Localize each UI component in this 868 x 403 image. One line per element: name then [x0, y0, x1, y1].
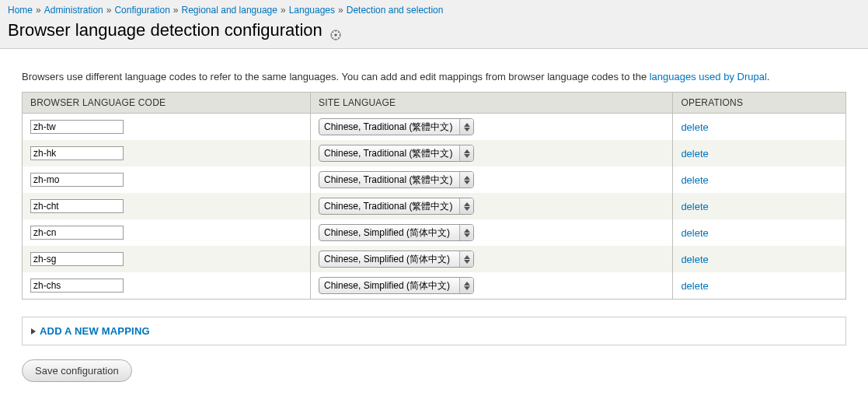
delete-link[interactable]: delete: [681, 254, 708, 265]
col-header-ops: OPERATIONS: [673, 93, 846, 114]
browser-code-input[interactable]: [30, 120, 124, 134]
svg-line-7: [338, 37, 339, 38]
select-stepper-icon: [459, 278, 473, 293]
delete-link[interactable]: delete: [681, 280, 708, 292]
breadcrumb-link[interactable]: Regional and language: [182, 5, 277, 16]
delete-link[interactable]: delete: [681, 121, 708, 133]
breadcrumb-separator: »: [106, 5, 112, 16]
delete-link[interactable]: delete: [681, 174, 708, 186]
site-language-select[interactable]: Chinese, Traditional (繁體中文)Chinese, Simp…: [319, 119, 459, 135]
select-stepper-icon: [459, 119, 473, 135]
select-stepper-icon: [459, 225, 473, 240]
select-stepper-icon: [459, 145, 473, 161]
submit-row: Save configuration: [22, 359, 846, 382]
site-language-select[interactable]: Chinese, Traditional (繁體中文)Chinese, Simp…: [319, 172, 459, 187]
svg-marker-16: [464, 202, 470, 206]
intro-prefix: Browsers use different language codes to…: [22, 71, 650, 82]
table-row: Chinese, Traditional (繁體中文)Chinese, Simp…: [23, 272, 846, 300]
save-button[interactable]: Save configuration: [22, 359, 132, 382]
svg-marker-12: [464, 149, 470, 153]
delete-link[interactable]: delete: [681, 148, 708, 159]
table-row: Chinese, Traditional (繁體中文)Chinese, Simp…: [23, 140, 846, 166]
svg-marker-21: [464, 260, 470, 264]
select-stepper-icon: [459, 198, 473, 214]
breadcrumb-link[interactable]: Languages: [289, 5, 335, 16]
svg-marker-19: [464, 233, 470, 237]
page-title-text: Browser language detection configuration: [8, 20, 322, 40]
col-header-code: BROWSER LANGUAGE CODE: [23, 93, 311, 114]
table-row: Chinese, Traditional (繁體中文)Chinese, Simp…: [23, 166, 846, 193]
delete-link[interactable]: delete: [681, 201, 708, 212]
table-row: Chinese, Traditional (繁體中文)Chinese, Simp…: [23, 219, 846, 246]
site-language-select[interactable]: Chinese, Traditional (繁體中文)Chinese, Simp…: [319, 278, 459, 293]
browser-code-input[interactable]: [30, 252, 124, 266]
intro-text: Browsers use different language codes to…: [22, 71, 846, 82]
disclosure-triangle-icon: [30, 328, 37, 335]
svg-marker-17: [464, 207, 470, 211]
site-language-select[interactable]: Chinese, Traditional (繁體中文)Chinese, Simp…: [319, 225, 459, 240]
select-stepper-icon: [459, 251, 473, 267]
site-language-select-wrap: Chinese, Traditional (繁體中文)Chinese, Simp…: [319, 224, 474, 241]
breadcrumb-separator: »: [36, 5, 41, 16]
mappings-table: BROWSER LANGUAGE CODE SITE LANGUAGE OPER…: [22, 92, 846, 300]
table-row: Chinese, Traditional (繁體中文)Chinese, Simp…: [23, 193, 846, 219]
delete-link[interactable]: delete: [681, 227, 708, 239]
site-language-select-wrap: Chinese, Traditional (繁體中文)Chinese, Simp…: [319, 277, 474, 294]
svg-marker-10: [464, 123, 470, 127]
browser-code-input[interactable]: [30, 226, 124, 240]
mappings-tbody: Chinese, Traditional (繁體中文)Chinese, Simp…: [23, 114, 846, 300]
svg-marker-18: [464, 229, 470, 233]
page-header: Home»Administration»Configuration»Region…: [0, 0, 868, 49]
site-language-select[interactable]: Chinese, Traditional (繁體中文)Chinese, Simp…: [319, 198, 459, 214]
gear-icon[interactable]: [330, 25, 341, 36]
breadcrumb-separator: »: [173, 5, 179, 16]
page-title: Browser language detection configuration: [8, 20, 860, 40]
browser-code-input[interactable]: [30, 199, 124, 213]
site-language-select[interactable]: Chinese, Traditional (繁體中文)Chinese, Simp…: [319, 251, 459, 267]
svg-marker-11: [464, 128, 470, 131]
breadcrumb-link[interactable]: Configuration: [114, 5, 169, 16]
table-row: Chinese, Traditional (繁體中文)Chinese, Simp…: [23, 246, 846, 272]
svg-marker-13: [464, 154, 470, 158]
col-header-lang: SITE LANGUAGE: [311, 93, 673, 114]
browser-code-input[interactable]: [30, 146, 124, 160]
intro-suffix: .: [767, 71, 770, 82]
svg-marker-20: [464, 255, 470, 259]
select-stepper-icon: [459, 172, 473, 187]
svg-point-1: [334, 33, 337, 37]
site-language-select[interactable]: Chinese, Traditional (繁體中文)Chinese, Simp…: [319, 145, 459, 161]
intro-link[interactable]: languages used by Drupal: [650, 71, 767, 82]
breadcrumb-separator: »: [338, 5, 343, 16]
content: Browsers use different language codes to…: [0, 49, 868, 398]
svg-marker-15: [464, 180, 470, 184]
add-mapping-fieldset[interactable]: ADD A NEW MAPPING: [22, 317, 846, 345]
breadcrumb-link[interactable]: Administration: [44, 5, 103, 16]
breadcrumb-link[interactable]: Home: [8, 5, 33, 16]
svg-line-9: [338, 32, 339, 33]
browser-code-input[interactable]: [30, 173, 124, 187]
site-language-select-wrap: Chinese, Traditional (繁體中文)Chinese, Simp…: [319, 171, 474, 188]
svg-marker-22: [464, 282, 470, 286]
svg-marker-23: [464, 286, 470, 290]
site-language-select-wrap: Chinese, Traditional (繁體中文)Chinese, Simp…: [319, 145, 474, 162]
browser-code-input[interactable]: [30, 279, 124, 293]
breadcrumb-link[interactable]: Detection and selection: [347, 5, 444, 16]
breadcrumb-separator: »: [281, 5, 286, 16]
svg-line-6: [332, 32, 333, 33]
site-language-select-wrap: Chinese, Traditional (繁體中文)Chinese, Simp…: [319, 251, 474, 268]
site-language-select-wrap: Chinese, Traditional (繁體中文)Chinese, Simp…: [319, 198, 474, 215]
breadcrumb: Home»Administration»Configuration»Region…: [8, 5, 860, 16]
site-language-select-wrap: Chinese, Traditional (繁體中文)Chinese, Simp…: [319, 118, 474, 135]
add-mapping-label: ADD A NEW MAPPING: [40, 325, 150, 337]
svg-marker-24: [31, 328, 36, 335]
svg-line-8: [332, 37, 333, 38]
svg-marker-14: [464, 176, 470, 180]
table-row: Chinese, Traditional (繁體中文)Chinese, Simp…: [23, 114, 846, 141]
